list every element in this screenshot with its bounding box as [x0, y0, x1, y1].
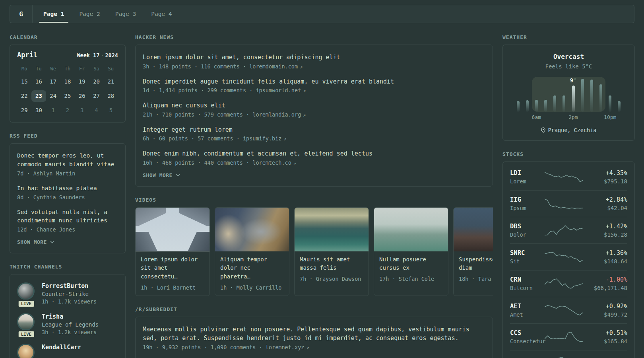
middle-column: HACKER NEWS Lorem ipsum dolor sit amet, …	[135, 34, 493, 358]
stocks-section-label: STOCKS	[502, 151, 635, 157]
calendar-month: April	[17, 51, 37, 59]
video-card[interactable]: Mauris sit amet massa felis 7h · Grayson…	[294, 207, 369, 296]
hn-item-title[interactable]: Aliquam nec cursus elit	[143, 101, 485, 110]
stock-sparkline	[545, 331, 583, 343]
stock-row[interactable]: AET Amet +0.92% $499.72	[510, 297, 627, 323]
hn-item-meta[interactable]: 6h · 60 points · 57 comments · ipsumify.…	[143, 135, 485, 142]
twitch-channel[interactable]: LIVE ForrestBurton Counter-Strike 1h · 1…	[17, 282, 118, 305]
hn-item-meta[interactable]: 16h · 468 points · 440 comments · loremt…	[143, 160, 485, 166]
calendar-day: 25	[60, 90, 75, 102]
channel-meta: 3h · 1.2k viewers	[42, 329, 99, 335]
weather-condition: Overcast	[510, 53, 627, 60]
video-thumbnail-hands-holding-camera[interactable]	[215, 208, 289, 251]
video-thumbnail-concrete-towers-sky-cross[interactable]	[136, 208, 209, 251]
hn-item-title[interactable]: Donec imperdiet augue tincidunt felis al…	[143, 77, 485, 86]
calendar-day-selected: 23	[31, 90, 46, 102]
weather-widget: WEATHER Overcast Feels like 5°C 9° 6am 2…	[502, 34, 635, 141]
stock-symbol: SNRC	[510, 249, 541, 257]
weather-hour-bar	[541, 77, 550, 112]
stock-name: Lorem	[510, 178, 541, 185]
video-thumbnail-figure-in-dark-misty-field[interactable]	[454, 208, 493, 251]
video-meta: 7h · Grayson Dawson	[300, 276, 363, 282]
channel-info: Trisha League of Legends 3h · 1.2k viewe…	[42, 313, 99, 335]
stock-values: +1.42% $156.28	[586, 223, 627, 238]
weekday-label: Sa	[89, 64, 103, 73]
weather-card: Overcast Feels like 5°C 9° 6am 2pm 10pm	[502, 45, 635, 141]
weather-location[interactable]: Prague, Czechia	[510, 127, 627, 133]
stock-row[interactable]: AHS +0.46%	[510, 350, 627, 358]
tab-page-3[interactable]: Page 3	[110, 5, 141, 23]
video-thumbnail-boat-wake-city-skyline[interactable]	[295, 208, 369, 251]
tab-page-4[interactable]: Page 4	[146, 5, 177, 23]
stock-symbol: LDI	[510, 169, 541, 177]
calendar-day: 27	[89, 90, 103, 102]
stock-values: +0.51% $165.84	[586, 329, 627, 344]
location-pin-icon	[541, 127, 545, 133]
stock-row[interactable]: CRN Bitcorn -1.00% $66,171.48	[510, 270, 627, 297]
rss-item-title[interactable]: Sed volutpat nulla nisl, a condimentum n…	[17, 208, 118, 226]
video-title[interactable]: Nullam posuere cursus ex	[379, 255, 443, 272]
stock-row[interactable]: CCS Consectetur +0.51% $165.84	[510, 323, 627, 350]
channel-game: League of Legends	[42, 321, 99, 328]
hn-item-meta[interactable]: 3h · 148 points · 116 comments · loremdo…	[143, 63, 485, 70]
rss-show-more-button[interactable]: SHOW MORE	[17, 239, 118, 245]
stock-change: +1.36%	[586, 249, 627, 257]
rss-item-meta: 7d · Ashlyn Martin	[17, 170, 118, 177]
hn-item-title[interactable]: Lorem ipsum dolor sit amet, consectetur …	[143, 53, 485, 62]
subreddit-post-meta[interactable]: 19h · 9,932 points · 1,090 comments · lo…	[143, 344, 485, 350]
video-title[interactable]: Suspendisse diam	[459, 255, 493, 272]
channel-name[interactable]: Trisha	[42, 313, 99, 320]
rss-item-title[interactable]: Donec tempor eros leo, ut commodo mauris…	[17, 152, 118, 169]
rss-item-title[interactable]: In hac habitasse platea	[17, 184, 118, 193]
show-more-label: SHOW MORE	[143, 172, 173, 178]
subreddit-post-title[interactable]: Maecenas mollis pulvinar erat non posuer…	[143, 325, 485, 343]
channel-name[interactable]: KendallCarr	[42, 344, 81, 351]
stock-row[interactable]: SNRC Sit +1.36% $148.64	[510, 243, 627, 270]
video-title[interactable]: Mauris sit amet massa felis	[300, 255, 363, 272]
stock-values: +4.35% $795.18	[586, 169, 627, 185]
stock-change: +2.84%	[586, 196, 627, 203]
channel-avatar-wrap: LIVE	[17, 313, 35, 335]
stock-name: Sit	[510, 258, 541, 265]
hn-item: Donec enim nibh, condimentum et accumsan…	[143, 149, 485, 166]
twitch-channel[interactable]: LIVE Trisha League of Legends 3h · 1.2k …	[17, 313, 118, 335]
tab-page-2[interactable]: Page 2	[74, 5, 105, 23]
videos-carousel[interactable]: Lorem ipsum dolor sit amet consectetu… 1…	[135, 207, 493, 296]
stocks-card: LDI Lorem +4.35% $795.18 IIG Ipsum	[502, 161, 635, 358]
weekday-label: We	[46, 64, 60, 73]
hn-item-title[interactable]: Integer eget rutrum lorem	[143, 125, 485, 134]
tab-page-1[interactable]: Page 1	[38, 5, 69, 23]
stock-price: $42.04	[586, 205, 627, 211]
video-card[interactable]: Suspendisse diam 18h · Tara	[453, 207, 493, 296]
video-card[interactable]: Aliquam tempor dolor nec pharetra… 1h · …	[215, 207, 289, 296]
video-title[interactable]: Lorem ipsum dolor sit amet consectetu…	[141, 255, 204, 281]
hn-item-meta[interactable]: 1d · 1,414 points · 299 comments · ipsum…	[143, 87, 485, 93]
video-card-body: Suspendisse diam 18h · Tara	[454, 251, 493, 287]
video-card-body: Lorem ipsum dolor sit amet consectetu… 1…	[136, 251, 209, 296]
calendar-day-next-month: 3	[75, 105, 89, 116]
calendar-day: 17	[46, 76, 60, 88]
stock-price: $156.28	[586, 232, 627, 238]
axis-label-10pm: 10pm	[604, 114, 616, 120]
degree-symbol: °	[573, 77, 576, 84]
hn-item-title[interactable]: Donec enim nibh, condimentum et accumsan…	[143, 149, 485, 158]
external-link-icon: ↗	[306, 345, 309, 350]
hn-show-more-button[interactable]: SHOW MORE	[143, 172, 485, 178]
hn-item: Integer eget rutrum lorem 6h · 60 points…	[143, 125, 485, 142]
channel-name[interactable]: ForrestBurton	[42, 282, 97, 290]
hn-item-meta[interactable]: 21h · 710 points · 579 comments · loreml…	[143, 111, 485, 118]
stock-row[interactable]: IIG Ipsum +2.84% $42.04	[510, 190, 627, 217]
stock-row[interactable]: DBS Dolor +1.42% $156.28	[510, 217, 627, 243]
weather-hourly-chart: 9°	[514, 77, 624, 112]
video-thumbnail-canoe-on-misty-lake[interactable]	[374, 208, 448, 251]
stock-price: $66,171.48	[586, 285, 627, 291]
twitch-channel[interactable]: KendallCarr	[17, 344, 118, 358]
video-card[interactable]: Nullam posuere cursus ex 17h · Stefan Co…	[374, 207, 448, 296]
video-title[interactable]: Aliquam tempor dolor nec pharetra…	[220, 255, 284, 281]
channel-avatar	[17, 282, 35, 300]
stock-row[interactable]: LDI Lorem +4.35% $795.18	[510, 164, 627, 190]
stock-sparkline	[545, 304, 583, 316]
calendar-day: 28	[104, 90, 118, 102]
video-card[interactable]: Lorem ipsum dolor sit amet consectetu… 1…	[135, 207, 210, 296]
app-logo[interactable]: G	[10, 5, 32, 23]
